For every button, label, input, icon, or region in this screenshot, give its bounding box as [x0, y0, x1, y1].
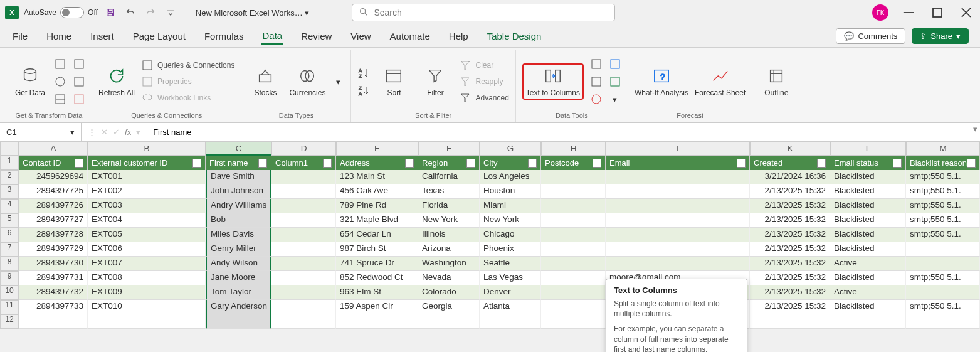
row-header[interactable]: 6 [0, 228, 19, 242]
cell[interactable] [906, 257, 980, 271]
cell[interactable] [906, 285, 980, 300]
tab-file[interactable]: File [11, 28, 29, 44]
cell[interactable]: California [418, 170, 480, 184]
cell[interactable] [541, 228, 606, 242]
cell[interactable]: Georgia [418, 300, 480, 314]
select-all-button[interactable] [0, 142, 19, 156]
cell[interactable]: Illinois [418, 228, 480, 242]
cell[interactable]: Chicago [480, 228, 541, 242]
cell[interactable] [271, 300, 336, 314]
row-header[interactable]: 4 [0, 199, 19, 213]
cell[interactable]: Texas [418, 184, 480, 199]
cell[interactable] [906, 242, 980, 257]
search-input[interactable] [374, 8, 608, 18]
enter-icon[interactable]: ✓ [113, 127, 120, 137]
cancel-icon[interactable]: ✕ [101, 127, 108, 137]
column-header[interactable]: E [336, 142, 418, 156]
cell[interactable] [88, 314, 206, 329]
cell[interactable] [750, 314, 830, 329]
column-header[interactable]: G [480, 142, 541, 156]
cell[interactable] [606, 242, 750, 257]
table-header-cell[interactable]: Column1▾ [271, 156, 336, 170]
tab-table-design[interactable]: Table Design [486, 28, 543, 44]
cell[interactable]: Blacklisted [830, 184, 906, 199]
cell[interactable]: Active [830, 257, 906, 271]
filter-dropdown-icon[interactable]: ▾ [258, 159, 267, 168]
cell[interactable] [541, 242, 606, 257]
table-header-cell[interactable]: Address▾ [336, 156, 418, 170]
from-web-icon[interactable] [54, 75, 66, 88]
row-header[interactable]: 1 [0, 156, 19, 170]
from-picture-icon[interactable] [73, 93, 85, 105]
cell[interactable]: Blacklisted [830, 170, 906, 184]
fx-icon[interactable]: fx [125, 127, 131, 137]
filter-dropdown-icon[interactable]: ▾ [75, 159, 83, 168]
search-box[interactable] [352, 4, 615, 21]
autosave-toggle[interactable]: AutoSave Off [24, 7, 98, 18]
filter-button[interactable]: Filter [418, 66, 453, 97]
cell[interactable] [271, 257, 336, 271]
cell[interactable]: EXT006 [88, 242, 206, 257]
advanced-button[interactable]: Advanced [459, 92, 508, 104]
reapply-button[interactable]: Reapply [459, 75, 508, 88]
workbook-links-button[interactable]: Workbook Links [141, 92, 234, 104]
cell[interactable]: Andry Williams [206, 199, 271, 213]
undo-icon[interactable] [123, 5, 138, 20]
row-header[interactable]: 5 [0, 213, 19, 228]
filter-dropdown-icon[interactable]: ▾ [192, 159, 201, 168]
cell[interactable] [906, 314, 980, 329]
row-header[interactable]: 11 [0, 300, 19, 314]
redo-icon[interactable] [143, 5, 158, 20]
outline-button[interactable]: Outline [759, 66, 794, 97]
cell[interactable]: Houston [480, 184, 541, 199]
cell[interactable] [541, 199, 606, 213]
cell[interactable]: 2894397732 [19, 285, 88, 300]
cell[interactable]: smtp;550 5.1. [906, 271, 980, 285]
close-icon[interactable] [957, 4, 975, 21]
table-header-cell[interactable]: External customer ID▾ [88, 156, 206, 170]
cell[interactable]: 987 Birch St [336, 242, 418, 257]
cell[interactable]: EXT010 [88, 300, 206, 314]
cell[interactable]: Washington [418, 257, 480, 271]
cell[interactable]: smtp;550 5.1. [906, 228, 980, 242]
cell[interactable]: 654 Cedar Ln [336, 228, 418, 242]
cell[interactable]: Blacklisted [830, 228, 906, 242]
cell[interactable] [271, 213, 336, 228]
share-button[interactable]: ⇪Share ▾ [912, 28, 969, 44]
cell[interactable]: Colorado [418, 285, 480, 300]
filter-dropdown-icon[interactable]: ▾ [466, 159, 475, 168]
cell[interactable]: 2/13/2025 15:32 [750, 228, 830, 242]
cell[interactable]: Gary Anderson [206, 300, 271, 314]
tab-help[interactable]: Help [448, 28, 470, 44]
from-table-icon[interactable] [54, 93, 66, 105]
minimize-icon[interactable] [900, 4, 917, 21]
cell[interactable] [541, 271, 606, 285]
cell[interactable]: 2/13/2025 15:32 [750, 184, 830, 199]
cell[interactable]: Active [830, 285, 906, 300]
column-header[interactable]: K [750, 142, 830, 156]
cell[interactable]: John Johnson [206, 184, 271, 199]
cell[interactable]: EXT009 [88, 285, 206, 300]
filter-dropdown-icon[interactable]: ▾ [405, 159, 414, 168]
cell[interactable] [606, 228, 750, 242]
cell[interactable]: 2/13/2025 15:32 [750, 257, 830, 271]
manage-data-model-icon[interactable]: ▾ [609, 93, 621, 105]
cell[interactable]: EXT008 [88, 271, 206, 285]
tab-formulas[interactable]: Formulas [203, 28, 245, 44]
column-header[interactable]: M [906, 142, 980, 156]
cell[interactable] [606, 170, 750, 184]
cell[interactable]: Seattle [480, 257, 541, 271]
from-text-icon[interactable] [54, 58, 66, 70]
cell[interactable]: 3/21/2024 16:36 [750, 170, 830, 184]
cell[interactable]: Arizona [418, 242, 480, 257]
table-header-cell[interactable]: Region▾ [418, 156, 480, 170]
row-header[interactable]: 10 [0, 285, 19, 300]
column-header[interactable]: B [88, 142, 206, 156]
recent-sources-icon[interactable] [73, 58, 85, 70]
cell[interactable]: 123 Main St [336, 170, 418, 184]
sort-asc-icon[interactable]: AZ [357, 67, 370, 79]
cell[interactable]: Nevada [418, 271, 480, 285]
forecast-sheet-button[interactable]: Forecast Sheet [695, 66, 746, 97]
cell[interactable]: 2459629694 [19, 170, 88, 184]
cell[interactable] [541, 257, 606, 271]
